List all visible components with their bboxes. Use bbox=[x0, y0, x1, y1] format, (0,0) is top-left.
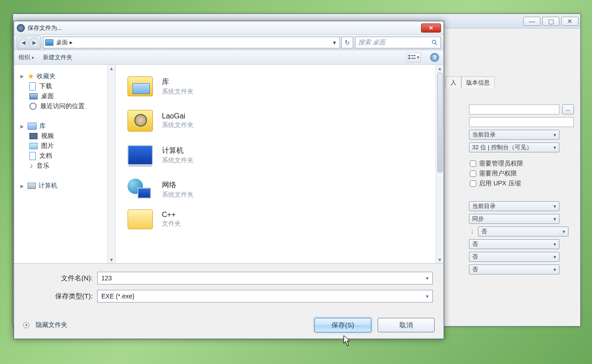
bg-combo-5[interactable]: 否 bbox=[478, 227, 568, 236]
network-folder-icon bbox=[128, 179, 153, 200]
nav-back-forward: ◄ ► bbox=[17, 36, 41, 49]
svg-point-0 bbox=[432, 40, 436, 43]
list-scrollbar[interactable]: ▲▼ bbox=[436, 65, 444, 263]
address-bar[interactable]: 桌面 ▸ ▾ bbox=[43, 37, 340, 48]
svg-rect-3 bbox=[411, 55, 416, 56]
nav-scrollbar[interactable]: ▲▼ bbox=[107, 65, 115, 263]
music-icon: ♪ bbox=[29, 162, 33, 170]
nav-pane: ▶★收藏夹 下载 桌面 最近访问的位置 ▶库 视频 图片 文档 ♪音乐 ▶计算机… bbox=[14, 65, 116, 263]
bg-check-user[interactable]: 需要用户权限 bbox=[470, 170, 574, 178]
tab-version[interactable]: 版本信息 bbox=[461, 76, 495, 89]
file-icon bbox=[29, 82, 36, 90]
star-icon: ★ bbox=[28, 72, 34, 80]
video-icon bbox=[29, 133, 38, 139]
help-button[interactable]: ? bbox=[430, 53, 439, 62]
back-button[interactable]: ◄ bbox=[18, 37, 29, 48]
svg-rect-4 bbox=[408, 57, 410, 59]
filename-input[interactable]: 123 bbox=[97, 272, 433, 284]
bg-combo-6[interactable]: 否 bbox=[469, 239, 559, 249]
folder-icon bbox=[128, 209, 153, 229]
desktop-icon bbox=[45, 39, 53, 46]
computer-folder-icon bbox=[128, 145, 153, 165]
nav-music[interactable]: ♪音乐 bbox=[29, 162, 114, 170]
user-folder-icon bbox=[128, 110, 153, 132]
libraries-folder-icon bbox=[128, 76, 153, 96]
new-folder-button[interactable]: 新建文件夹 bbox=[43, 53, 72, 61]
documents-icon bbox=[29, 152, 36, 160]
nav-desktop[interactable]: 桌面 bbox=[29, 92, 114, 100]
filename-label: 文件名(N): bbox=[25, 274, 93, 283]
nav-pictures[interactable]: 图片 bbox=[29, 142, 114, 150]
nav-videos[interactable]: 视频 bbox=[29, 132, 114, 140]
maximize-button[interactable]: ▢ bbox=[542, 17, 559, 26]
dialog-titlebar: 保存文件为... ✕ bbox=[14, 21, 444, 35]
list-item[interactable]: 库系统文件夹 bbox=[127, 69, 444, 104]
libraries-icon bbox=[28, 123, 37, 130]
pictures-icon bbox=[29, 143, 38, 149]
app-icon bbox=[17, 24, 25, 32]
search-input[interactable]: 搜索 桌面 bbox=[355, 37, 441, 48]
tab-input[interactable]: 入 bbox=[445, 76, 461, 89]
refresh-button[interactable]: ↻ bbox=[341, 37, 353, 48]
filetype-combo[interactable]: EXE (*.exe) bbox=[97, 290, 433, 303]
form-area: 文件名(N): 123 保存类型(T): EXE (*.exe) bbox=[14, 264, 444, 312]
search-placeholder: 搜索 桌面 bbox=[358, 38, 385, 47]
bg-combo-current-dir[interactable]: 当前目录 bbox=[469, 130, 559, 140]
bg-path-input-2[interactable] bbox=[469, 117, 574, 127]
organize-menu[interactable]: 组织 bbox=[19, 53, 34, 61]
list-item[interactable]: 计算机系统文件夹 bbox=[127, 138, 444, 172]
forward-button[interactable]: ► bbox=[29, 37, 40, 48]
dialog-footer: ▾ 隐藏文件夹 保存(S) 取消 bbox=[14, 312, 444, 339]
nav-documents[interactable]: 文档 bbox=[29, 152, 114, 160]
command-bar: 组织 新建文件夹 ▾ ? bbox=[14, 50, 444, 65]
svg-rect-2 bbox=[408, 55, 410, 57]
bg-combo-7[interactable]: 否 bbox=[469, 252, 559, 262]
bg-combo-4[interactable]: 同步 bbox=[469, 214, 559, 224]
bg-combo-arch[interactable]: 32 位 | 控制台（可见） bbox=[469, 142, 559, 152]
nav-head-computer[interactable]: ▶计算机 bbox=[20, 182, 114, 190]
view-button[interactable]: ▾ bbox=[407, 52, 421, 62]
file-list: 库系统文件夹 LaoGai系统文件夹 计算机系统文件夹 网络系统文件夹 C++文… bbox=[116, 65, 444, 263]
svg-rect-5 bbox=[411, 58, 416, 59]
dialog-title: 保存文件为... bbox=[28, 24, 421, 32]
bg-check-upx[interactable]: 启用 UPX 压缩 bbox=[470, 180, 574, 188]
breadcrumb: 桌面 ▸ bbox=[56, 38, 328, 47]
computer-icon bbox=[28, 183, 36, 189]
bg-combo-3[interactable]: 当前目录 bbox=[469, 201, 559, 211]
list-item[interactable]: C++文件夹 bbox=[127, 207, 444, 232]
nav-head-libraries[interactable]: ▶库 bbox=[20, 122, 114, 130]
desktop-icon bbox=[29, 93, 38, 99]
expand-hide-folders[interactable]: ▾ bbox=[23, 322, 29, 328]
search-icon bbox=[431, 39, 438, 46]
nav-recent[interactable]: 最近访问的位置 bbox=[29, 102, 114, 110]
list-item[interactable]: LaoGai系统文件夹 bbox=[127, 104, 444, 138]
nav-head-favorites[interactable]: ▶★收藏夹 bbox=[20, 72, 114, 80]
bg-browse-button[interactable]: ... bbox=[562, 104, 574, 114]
recent-icon bbox=[29, 103, 37, 110]
address-dropdown[interactable]: ▾ bbox=[331, 39, 338, 46]
filetype-label: 保存类型(T): bbox=[25, 292, 93, 301]
save-file-dialog: 保存文件为... ✕ ◄ ► 桌面 ▸ ▾ ↻ 搜索 桌面 组织 新建文件夹 ▾… bbox=[14, 21, 444, 339]
minimize-button[interactable]: — bbox=[523, 17, 540, 26]
dialog-close-button[interactable]: ✕ bbox=[421, 24, 441, 33]
nav-row: ◄ ► 桌面 ▸ ▾ ↻ 搜索 桌面 bbox=[14, 35, 444, 50]
bg-path-input-1[interactable] bbox=[469, 104, 559, 114]
save-button[interactable]: 保存(S) bbox=[314, 318, 371, 332]
bg-sep-label: ： bbox=[469, 227, 475, 236]
hide-folders-label[interactable]: 隐藏文件夹 bbox=[36, 321, 67, 329]
nav-downloads[interactable]: 下载 bbox=[29, 82, 114, 90]
svg-line-1 bbox=[436, 43, 437, 45]
bg-combo-8[interactable]: 否 bbox=[469, 265, 559, 274]
list-item[interactable]: 网络系统文件夹 bbox=[127, 172, 444, 207]
bg-check-admin[interactable]: 需要管理员权限 bbox=[470, 160, 574, 168]
close-button[interactable]: ✕ bbox=[561, 17, 578, 26]
cancel-button[interactable]: 取消 bbox=[378, 318, 435, 332]
